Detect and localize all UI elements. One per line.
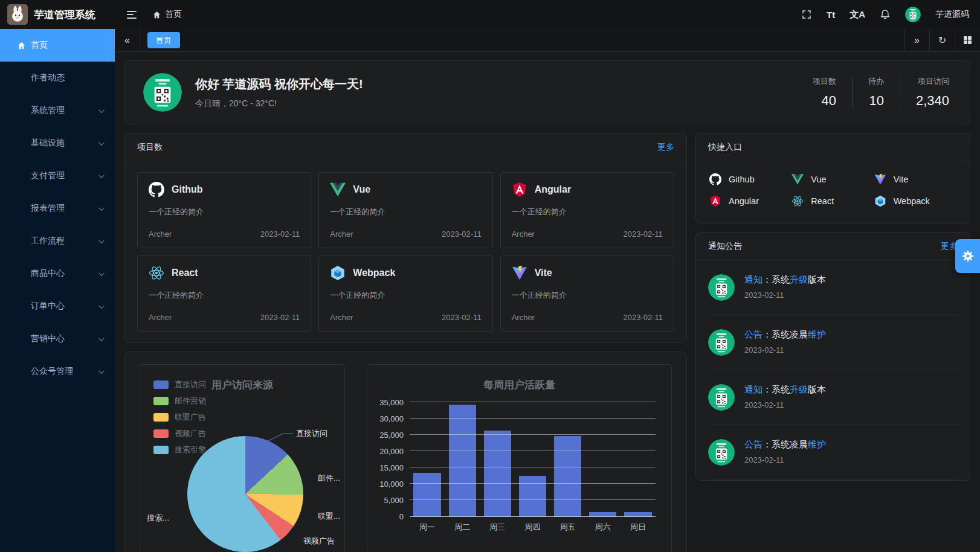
legend-item-1[interactable]: 邮件营销 — [153, 396, 206, 406]
notice-segment: 升级 — [790, 384, 808, 394]
legend-label: 邮件营销 — [175, 396, 206, 406]
sidebar-item-9[interactable]: 营销中心 — [0, 323, 115, 355]
project-card-angular[interactable]: Angular一个正经的简介Archer2023-02-11 — [500, 172, 674, 248]
gridline — [410, 402, 656, 402]
project-date: 2023-02-11 — [260, 313, 300, 322]
pie-chart-title: 用户访问来源 — [211, 378, 273, 392]
legend-item-3[interactable]: 视频广告 — [153, 428, 206, 439]
sidebar-item-7[interactable]: 商品中心 — [0, 257, 115, 290]
project-name: Webpack — [353, 268, 395, 278]
quick-link-react[interactable]: React — [791, 195, 874, 207]
sidebar-item-label: 公众号管理 — [31, 366, 73, 377]
locale-icon[interactable]: 文A — [849, 9, 865, 21]
notice-item-1[interactable]: 公告：系统凌晨维护2023-02-11 — [708, 315, 958, 370]
sidebar-item-4[interactable]: 支付管理 — [0, 159, 115, 192]
pie-chart: 用户访问来源 直接访问邮件营销联盟广告视频广告搜索引擎 直接访问邮件...联盟.… — [140, 364, 345, 552]
legend-label: 搜索引擎 — [175, 444, 206, 455]
notice-body: 公告：系统凌晨维护2023-02-11 — [744, 439, 826, 464]
sidebar-item-8[interactable]: 订单中心 — [0, 290, 115, 323]
user-name[interactable]: 芋道源码 — [935, 9, 969, 20]
fullscreen-icon[interactable] — [801, 9, 812, 20]
sidebar-item-0[interactable]: 首页 — [0, 29, 115, 62]
x-tick-label: 周五 — [550, 522, 585, 533]
project-card-vite[interactable]: Vite一个正经的简介Archer2023-02-11 — [500, 255, 674, 332]
notice-segment: 公告 — [744, 439, 762, 449]
quick-link-angular[interactable]: Angular — [709, 195, 791, 207]
legend-label: 直接访问 — [175, 379, 206, 390]
greeting-avatar — [143, 73, 182, 112]
sidebar-item-1[interactable]: 作者动态 — [0, 62, 115, 94]
y-tick-label: 25,000 — [379, 431, 404, 440]
sidebar-item-10[interactable]: 公众号管理 — [0, 355, 115, 388]
quick-links-title: 快捷入口 — [708, 142, 742, 153]
notification-bell-icon[interactable] — [880, 9, 891, 20]
project-date: 2023-02-11 — [442, 229, 482, 239]
stat-value: 40 — [821, 93, 836, 109]
projects-more-link[interactable]: 更多 — [657, 142, 674, 153]
projects-panel: 项目数 更多 Github一个正经的简介Archer2023-02-11Vue一… — [124, 133, 687, 343]
breadcrumb-home: 首页 — [165, 9, 182, 20]
tab-home[interactable]: 首页 — [147, 32, 180, 48]
project-desc: 一个正经的简介 — [149, 207, 300, 217]
notice-item-2[interactable]: 通知：系统升级版本2023-02-11 — [708, 370, 958, 425]
sidebar-item-5[interactable]: 报表管理 — [0, 192, 115, 225]
brand: 芋道管理系统 — [0, 4, 115, 25]
quick-link-vue[interactable]: Vue — [791, 173, 874, 185]
webpack-icon — [330, 265, 346, 281]
x-tick-label: 周二 — [445, 522, 480, 533]
legend-swatch — [153, 397, 169, 405]
tabs-layout-button[interactable] — [955, 29, 980, 51]
breadcrumb[interactable]: 首页 — [152, 9, 182, 20]
project-card-github[interactable]: Github一个正经的简介Archer2023-02-11 — [137, 172, 311, 248]
sidebar-item-6[interactable]: 工作流程 — [0, 225, 115, 257]
tabs-scroll-left-button[interactable]: « — [115, 29, 140, 51]
stat-label: 项目访问 — [918, 76, 949, 87]
font-size-icon[interactable]: Tt — [827, 10, 835, 20]
user-avatar[interactable] — [905, 7, 921, 22]
notice-title: 通知：系统升级版本 — [744, 384, 826, 395]
pie-label-4: 搜索... — [147, 513, 169, 524]
project-card-react[interactable]: React一个正经的简介Archer2023-02-11 — [137, 255, 311, 332]
stat-label: 项目数 — [813, 76, 836, 87]
chevron-down-icon — [98, 368, 105, 374]
quick-link-vite[interactable]: Vite — [874, 173, 956, 185]
legend-item-0[interactable]: 直接访问 — [153, 379, 206, 390]
notice-item-0[interactable]: 通知：系统升级版本2023-02-11 — [708, 260, 958, 315]
legend-item-2[interactable]: 联盟广告 — [153, 412, 206, 423]
tabs-refresh-button[interactable]: ↻ — [929, 29, 955, 51]
project-desc: 一个正经的简介 — [512, 290, 663, 301]
quick-links-panel: 快捷入口 GithubVueViteAngularReactWebpack — [695, 133, 970, 223]
notice-avatar — [708, 439, 735, 466]
notice-segment: 版本 — [808, 384, 826, 394]
legend-label: 视频广告 — [175, 428, 206, 439]
chevron-down-icon — [98, 140, 105, 146]
tabs-scroll-right-button[interactable]: » — [904, 29, 929, 51]
app-title: 芋道管理系统 — [34, 8, 95, 22]
notice-segment: 公告 — [744, 329, 762, 339]
vite-icon — [512, 265, 527, 281]
quick-link-github[interactable]: Github — [709, 173, 791, 185]
notice-date: 2023-02-11 — [744, 290, 826, 300]
angular-icon — [709, 195, 721, 207]
y-tick-label: 0 — [399, 512, 404, 521]
project-card-vue[interactable]: Vue一个正经的简介Archer2023-02-11 — [318, 172, 492, 248]
project-author: Archer — [149, 313, 172, 322]
quick-link-webpack[interactable]: Webpack — [874, 195, 956, 207]
notice-item-3[interactable]: 公告：系统凌晨维护2023-02-11 — [708, 425, 958, 480]
project-author: Archer — [512, 313, 535, 322]
theme-settings-button[interactable] — [955, 239, 980, 273]
notice-segment: 通知 — [744, 384, 762, 394]
bar-0 — [413, 473, 440, 516]
sidebar-collapse-icon[interactable] — [124, 8, 139, 21]
project-card-webpack[interactable]: Webpack一个正经的简介Archer2023-02-11 — [318, 255, 492, 332]
sidebar-item-label: 商品中心 — [31, 268, 65, 279]
chevron-down-icon — [98, 107, 105, 113]
legend-item-4[interactable]: 搜索引擎 — [153, 444, 206, 455]
vue-icon — [791, 173, 804, 185]
notice-segment: ：系统凌晨 — [762, 329, 808, 339]
react-icon — [791, 195, 804, 207]
sidebar-item-3[interactable]: 基础设施 — [0, 127, 115, 159]
dashboard-content: 你好 芋道源码 祝你开心每一天! 今日晴，20°C - 32°C! 项目数40待… — [115, 52, 980, 552]
sidebar-item-2[interactable]: 系统管理 — [0, 94, 115, 127]
pie-label-0: 直接访问 — [296, 428, 327, 439]
